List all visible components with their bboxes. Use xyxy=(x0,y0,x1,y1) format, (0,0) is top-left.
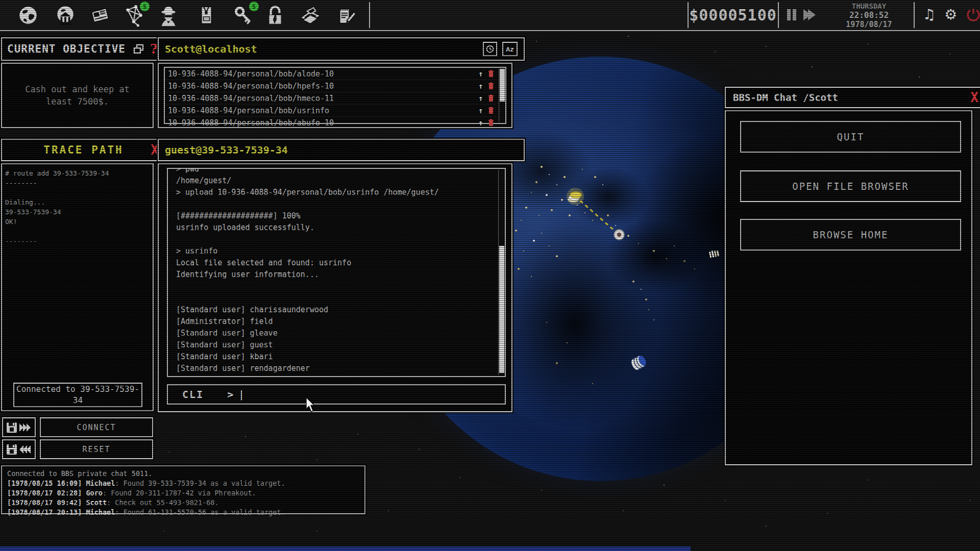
filemanager-titlebar: Scott@localhost Az xyxy=(158,37,525,61)
upload-file-icon[interactable]: ↑ xyxy=(478,69,483,79)
terminal-title: guest@39-533-7539-34 xyxy=(165,144,288,156)
trace-log: # route add 39-533-7539-34 -------- Dial… xyxy=(2,164,153,250)
cli-input[interactable]: CLI > | xyxy=(167,384,506,405)
clock-day: THURSDAY xyxy=(832,2,906,11)
connect-button[interactable]: CONNECT xyxy=(40,417,153,437)
terminal-scrollbar[interactable] xyxy=(498,170,505,375)
sort-time-button[interactable] xyxy=(483,42,497,56)
game-clock: THURSDAY 22:08:52 1978/08/17 xyxy=(832,2,906,29)
clock-date: 1978/08/17 xyxy=(832,20,906,29)
toolbar-divider-4 xyxy=(914,2,915,28)
chat-message: [1978/08/17 20:13] Michael: Found 61-131… xyxy=(7,508,359,517)
cracking-icon[interactable] xyxy=(263,4,287,27)
save-reset-icon-button[interactable] xyxy=(2,439,36,459)
bbs-file-browser-button[interactable]: OPEN FILE BROWSER xyxy=(740,170,961,202)
delete-file-icon[interactable] xyxy=(488,119,494,127)
bbs-chat-log: Connected to BBS private chat 5011. [197… xyxy=(1,465,365,514)
contracts-money-badge: $ xyxy=(140,2,150,11)
terminal-output[interactable]: > pwd /home/guest/ > upload 10-936-4088-… xyxy=(167,168,506,377)
bbs-titlebar: BBS-DM Chat /Scott X xyxy=(725,87,980,108)
chat-message: [1978/08/15 16:09] Michael: Found 39-533… xyxy=(7,479,359,488)
terminal-body: > pwd /home/guest/ > upload 10-936-4088-… xyxy=(158,163,512,412)
cli-prompt: > xyxy=(227,388,233,400)
power-icon[interactable] xyxy=(966,7,980,22)
fast-forward-button[interactable] xyxy=(802,9,816,22)
chat-intro: Connected to BBS private chat 5011. xyxy=(7,469,359,479)
connected-status-box: Connected to 39-533-7539-34 xyxy=(13,383,142,407)
trace-title: TRACE PATH xyxy=(43,144,123,156)
keychain-icon[interactable]: $ xyxy=(231,4,256,27)
chat-message: [1978/08/17 02:28] Goro: Found 20-311-17… xyxy=(7,488,359,498)
money-counter: $00005100 xyxy=(692,0,774,30)
filemanager-body: 10-936-4088-94/personal/bob/alode-10↑ 10… xyxy=(158,63,512,128)
newspaper-icon[interactable] xyxy=(88,4,112,27)
clock-time: 22:08:52 xyxy=(832,11,906,20)
pause-button[interactable] xyxy=(786,9,797,22)
delete-file-icon[interactable] xyxy=(488,82,494,90)
chat-message: [1978/08/17 09:42] Scott: Check out 55-4… xyxy=(7,498,359,508)
upload-file-icon[interactable]: ↑ xyxy=(478,82,483,91)
upload-file-icon[interactable]: ↑ xyxy=(478,106,483,115)
trace-body: # route add 39-533-7539-34 -------- Dial… xyxy=(1,163,154,411)
objective-body: Cash out and keep at least 7500$. xyxy=(1,63,154,128)
bbs-title: BBS-DM Chat /Scott xyxy=(733,92,838,103)
world-map-icon[interactable] xyxy=(16,4,40,27)
toolbar-divider-1 xyxy=(369,2,370,28)
reset-button[interactable]: RESET xyxy=(40,439,153,459)
dark-market-icon[interactable] xyxy=(156,4,181,27)
file-row[interactable]: 10-936-4088-94/personal/bob/hpefs-10↑ xyxy=(165,80,497,92)
identity-icon[interactable] xyxy=(194,4,218,27)
sort-az-button[interactable]: Az xyxy=(502,42,518,56)
terminal-titlebar: guest@39-533-7539-34 xyxy=(158,139,525,161)
bbs-body: QUIT OPEN FILE BROWSER BROWSE HOME xyxy=(725,110,972,465)
terminal-text: > pwd /home/guest/ > upload 10-936-4088-… xyxy=(168,168,505,374)
toolbar-divider-3 xyxy=(778,2,779,28)
trace-titlebar: TRACE PATH X xyxy=(1,139,166,161)
delete-file-icon[interactable] xyxy=(488,94,494,102)
software-icon[interactable] xyxy=(298,4,323,27)
file-row[interactable]: 10-936-4088-94/personal/bob/abufo-10↑ xyxy=(165,117,497,129)
filemanager-title: Scott@localhost xyxy=(165,43,257,55)
world-bank-icon[interactable] xyxy=(53,4,78,27)
objective-help-icon[interactable]: ? xyxy=(150,42,158,56)
game-screen: { "topbar": { "money": "$00005100", "bad… xyxy=(0,0,980,551)
cli-label: CLI xyxy=(182,388,204,400)
file-list: 10-936-4088-94/personal/bob/alode-10↑ 10… xyxy=(164,67,506,124)
bbs-browse-home-button[interactable]: BROWSE HOME xyxy=(740,219,961,251)
save-connect-icon-button[interactable] xyxy=(2,417,36,437)
upload-file-icon[interactable]: ↑ xyxy=(478,118,483,128)
top-toolbar: $ $ $00005100 THURSDAY 22:08:52 1978/08/… xyxy=(0,0,980,31)
toolbar-divider-2 xyxy=(688,2,689,28)
contracts-icon[interactable]: $ xyxy=(122,4,146,27)
keychain-money-badge: $ xyxy=(249,2,259,11)
objective-titlebar: CURRENT OBJECTIVE ? xyxy=(1,37,164,61)
bbs-close-icon[interactable]: X xyxy=(970,91,978,104)
mouse-cursor xyxy=(305,397,316,412)
music-icon[interactable]: ♫ xyxy=(923,6,936,23)
notes-icon[interactable] xyxy=(333,4,358,27)
bottom-taskbar-strip xyxy=(0,546,691,551)
settings-gear-icon[interactable]: ⚙ xyxy=(944,6,957,23)
file-row[interactable]: 10-936-4088-94/personal/bob/usrinfo↑ xyxy=(165,105,497,117)
bbs-quit-button[interactable]: QUIT xyxy=(740,121,961,153)
delete-file-icon[interactable] xyxy=(488,107,494,114)
cli-cursor: | xyxy=(238,389,244,400)
delete-file-icon[interactable] xyxy=(488,70,494,78)
file-row[interactable]: 10-936-4088-94/personal/bob/alode-10↑ xyxy=(165,68,497,80)
objective-title: CURRENT OBJECTIVE xyxy=(7,43,126,55)
upload-file-icon[interactable]: ↑ xyxy=(478,94,483,103)
restore-window-icon[interactable] xyxy=(133,43,145,55)
file-row[interactable]: 10-936-4088-94/personal/bob/hmeco-11↑ xyxy=(165,92,497,105)
file-list-scrollbar[interactable] xyxy=(499,69,505,122)
